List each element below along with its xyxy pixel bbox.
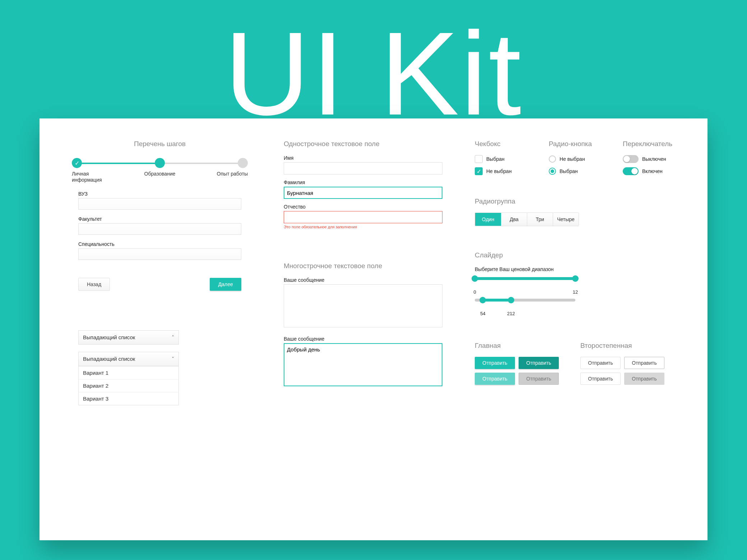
next-button[interactable]: Далее — [210, 278, 241, 291]
submit-button-active[interactable]: Отправить — [475, 373, 515, 385]
step-experience[interactable]: Опыт работы — [208, 158, 248, 183]
message-textarea-filled[interactable] — [284, 343, 442, 386]
seg-option[interactable]: Два — [501, 213, 527, 226]
toggle-label: Выключен — [642, 156, 666, 162]
submit-button-secondary-active[interactable]: Отправить — [580, 373, 621, 385]
slider-value: 54 — [480, 311, 485, 316]
toggle-block: Переключатель Выключен Включен — [623, 140, 679, 179]
slider-thumb[interactable] — [479, 297, 486, 303]
stepper-title: Перечень шагов — [68, 140, 251, 148]
dropdown-option[interactable]: Вариант 3 — [79, 392, 178, 405]
chevron-up-icon: ˄ — [172, 335, 174, 340]
seg-option[interactable]: Один — [475, 213, 501, 226]
step-personal[interactable]: ✓ Личная информация — [72, 158, 111, 183]
textfield-title: Однострочное текстовое поле — [284, 140, 442, 148]
university-input[interactable] — [78, 198, 241, 210]
stepper: ✓ Личная информация Образование Опыт раб… — [72, 158, 248, 183]
name-input[interactable] — [284, 162, 442, 174]
submit-button-disabled: Отправить — [519, 373, 559, 385]
surname-input[interactable] — [284, 187, 442, 199]
radio-label: Не выбран — [560, 156, 585, 162]
patronymic-input[interactable] — [284, 211, 442, 223]
checkbox-label: Не выбран — [486, 168, 512, 174]
radio-block: Радио-кнопка Не выбран Выбран — [549, 140, 605, 179]
name-label: Имя — [284, 155, 442, 161]
column-controls: Чекбокс Выбран ✓ Не выбран Радио-кнопка … — [475, 140, 679, 526]
submit-button-secondary[interactable]: Отправить — [580, 357, 621, 369]
message-label: Ваше сообщение — [284, 277, 442, 283]
message-textarea-empty[interactable] — [284, 284, 442, 327]
radio-unchecked[interactable] — [549, 155, 556, 163]
slider-thumb[interactable] — [508, 297, 514, 303]
checkbox-unchecked[interactable] — [475, 155, 483, 163]
checkbox-checked[interactable]: ✓ — [475, 167, 483, 175]
radiogroup-title: Радиогруппа — [475, 197, 679, 205]
primary-buttons-block: Главная Отправить Отправить Отправить От… — [475, 342, 559, 385]
toggle-on[interactable] — [623, 167, 639, 175]
slider-thumb[interactable] — [472, 275, 478, 282]
slider-thumb[interactable] — [572, 275, 579, 282]
faculty-input[interactable] — [78, 223, 241, 235]
dropdown-option[interactable]: Вариант 2 — [79, 379, 178, 392]
price-slider-2[interactable] — [475, 299, 575, 302]
dropdown-toggle[interactable]: Выпадающий список ˅ — [78, 352, 179, 366]
back-button[interactable]: Назад — [78, 278, 110, 291]
submit-button[interactable]: Отправить — [475, 357, 515, 369]
ui-kit-panel: Перечень шагов ✓ Личная информация Образ… — [40, 118, 707, 540]
column-text-fields: Однострочное текстовое поле Имя Фамилия … — [284, 140, 442, 526]
submit-button-hover[interactable]: Отправить — [519, 357, 559, 369]
dropdown-option[interactable]: Вариант 1 — [79, 366, 178, 379]
chevron-down-icon: ˅ — [172, 356, 174, 362]
slider-value: 212 — [507, 311, 515, 316]
toggle-off[interactable] — [623, 155, 639, 163]
radio-checked[interactable] — [549, 168, 556, 175]
slider-value: 12 — [573, 289, 578, 295]
segmented-control: Один Два Три Четыре — [475, 213, 579, 226]
dropdown-expanded: Выпадающий список ˅ Вариант 1 Вариант 2 … — [78, 352, 179, 405]
speciality-input[interactable] — [78, 248, 241, 260]
toggle-label: Включен — [642, 168, 663, 174]
hero-title: UI Kit — [0, 14, 747, 133]
dropdown-collapsed[interactable]: Выпадающий список ˄ — [78, 330, 179, 345]
message-label: Ваше сообщение — [284, 336, 442, 342]
faculty-label: Факультет — [78, 216, 241, 222]
slider-title: Слайдер — [475, 251, 679, 259]
speciality-label: Специальность — [78, 241, 241, 247]
submit-button-secondary-hover[interactable]: Отправить — [624, 357, 664, 369]
checkbox-block: Чекбокс Выбран ✓ Не выбран — [475, 140, 531, 179]
step-dot-icon — [155, 158, 165, 168]
radio-label: Выбран — [560, 168, 578, 174]
university-label: ВУЗ — [78, 191, 241, 197]
step-education[interactable]: Образование — [140, 158, 180, 183]
dropdown-label: Выпадающий список — [83, 334, 135, 340]
slider-caption: Выберите Ваш ценовой диапазон — [475, 266, 679, 272]
seg-option[interactable]: Четыре — [553, 213, 579, 226]
column-stepper-forms: Перечень шагов ✓ Личная информация Образ… — [68, 140, 251, 526]
checkbox-label: Выбран — [486, 156, 505, 162]
check-icon: ✓ — [72, 158, 82, 168]
seg-option[interactable]: Три — [527, 213, 553, 226]
error-message: Это поле обязательное для заполнения — [284, 225, 442, 229]
surname-label: Фамилия — [284, 179, 442, 185]
dropdown-label: Выпадающий список — [83, 356, 135, 362]
price-slider-1[interactable] — [475, 277, 575, 280]
submit-button-secondary-disabled: Отправить — [624, 373, 664, 385]
secondary-buttons-block: Второстепенная Отправить Отправить Отпра… — [580, 342, 664, 385]
slider-value: 0 — [473, 289, 476, 295]
patronymic-label: Отчество — [284, 204, 442, 210]
multiline-title: Многострочное текстовое поле — [284, 262, 442, 270]
step-dot-icon — [238, 158, 248, 168]
